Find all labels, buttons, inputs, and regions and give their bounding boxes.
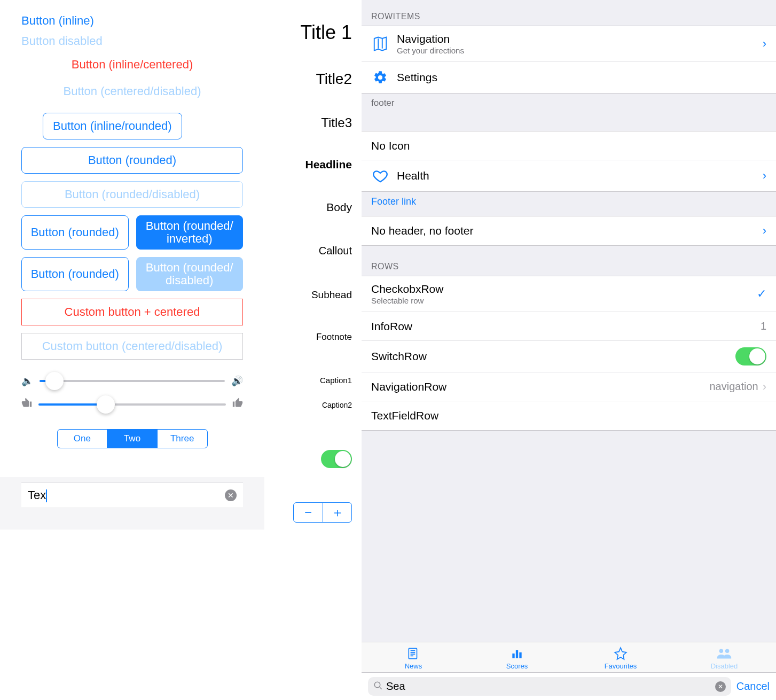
checkmark-icon: ✓ [757, 287, 766, 301]
volume-low-icon: 🔈 [21, 375, 33, 387]
like-slider[interactable] [21, 398, 243, 411]
search-value: Sea [386, 680, 715, 693]
people-icon [672, 645, 776, 662]
row-nhf-title: No header, no footer [371, 224, 763, 237]
tabbar: News Scores Favourites Disabled [362, 642, 776, 672]
segment-two[interactable]: Two [107, 430, 157, 448]
footnote-label: Footnote [316, 332, 352, 343]
subhead-label: Subhead [311, 289, 352, 301]
button-rounded[interactable]: Button (rounded) [21, 147, 243, 174]
button-rounded-disabled: Button (rounded/disabled) [21, 181, 243, 208]
caption2-label: Caption2 [322, 401, 352, 409]
tab-scores-label: Scores [465, 662, 569, 670]
button-inline[interactable]: Button (inline) [21, 11, 94, 31]
body-label: Body [326, 201, 352, 214]
title3-label: Title3 [321, 115, 352, 130]
custom-button-disabled: Custom button (centered/disabled) [21, 333, 243, 360]
tab-news[interactable]: News [362, 645, 465, 670]
button-rounded-pair-left[interactable]: Button (rounded) [21, 215, 129, 250]
stepper-minus[interactable]: − [294, 503, 323, 522]
left-panel: Button (inline) Button disabled Button (… [0, 0, 264, 700]
tab-disabled-label: Disabled [672, 662, 776, 670]
volume-high-icon: 🔊 [231, 375, 243, 387]
info-row-title: InfoRow [371, 320, 761, 333]
row-no-icon-title: No Icon [371, 139, 766, 152]
search-input[interactable]: Sea ✕ [368, 677, 731, 696]
custom-button-centered[interactable]: Custom button + centered [21, 299, 243, 325]
segmented-control[interactable]: One Two Three [57, 429, 208, 448]
right-panel: ROWITEMS Navigation Get your directions … [362, 0, 776, 700]
section-header-rows: ROWS [362, 246, 776, 276]
stepper-plus[interactable]: ＋ [323, 503, 351, 522]
map-icon [371, 35, 389, 53]
svg-rect-2 [516, 650, 518, 658]
tab-disabled: Disabled [672, 645, 776, 670]
star-icon [569, 645, 672, 662]
text-input-value: Tex [28, 488, 46, 502]
textfield-row[interactable]: TextFieldRow [362, 401, 776, 430]
checkbox-row-subtitle: Selectable row [371, 296, 757, 305]
row-settings[interactable]: Settings [362, 62, 776, 93]
stepper[interactable]: − ＋ [293, 502, 352, 523]
svg-rect-1 [512, 654, 514, 658]
callout-label: Callout [319, 245, 352, 257]
bars-icon [465, 645, 569, 662]
row-health-title: Health [397, 169, 763, 182]
svg-point-4 [719, 649, 724, 654]
tab-scores[interactable]: Scores [465, 645, 569, 670]
gear-icon [371, 68, 389, 87]
typography-panel: Title 1 Title2 Title3 Headline Body Call… [264, 0, 362, 700]
section-header-rowitems: ROWITEMS [362, 0, 776, 26]
searchbar: Sea ✕ Cancel [362, 672, 776, 700]
clear-text-icon[interactable]: ✕ [225, 489, 237, 501]
volume-slider[interactable]: 🔈 🔊 [21, 375, 243, 387]
text-input[interactable]: Tex ✕ [21, 483, 243, 508]
footer-link[interactable]: Footer link [362, 192, 776, 216]
headline-label: Headline [305, 158, 352, 171]
thumbs-down-icon [21, 398, 32, 411]
switch-row-title: SwitchRow [371, 350, 735, 363]
caption1-label: Caption1 [320, 376, 352, 385]
info-row[interactable]: InfoRow 1 [362, 312, 776, 341]
button-inline-centered[interactable]: Button (inline/centered) [72, 55, 193, 75]
button-centered-disabled: Button (centered/disabled) [63, 81, 201, 102]
tab-favourites[interactable]: Favourites [569, 645, 672, 670]
segment-one[interactable]: One [58, 430, 107, 448]
newspaper-icon [362, 645, 465, 662]
navigation-row[interactable]: NavigationRow navigation › [362, 372, 776, 401]
navigation-row-detail: navigation [709, 380, 758, 393]
svg-rect-3 [519, 652, 521, 658]
chevron-right-icon: › [763, 380, 766, 394]
info-row-value: 1 [761, 320, 766, 332]
row-settings-title: Settings [397, 71, 766, 84]
button-rounded-inverted-disabled: Button (rounded/ disabled) [136, 257, 244, 291]
search-cancel[interactable]: Cancel [736, 680, 770, 693]
row-no-header-footer[interactable]: No header, no footer › [362, 216, 776, 245]
tab-news-label: News [362, 662, 465, 670]
svg-rect-0 [409, 648, 417, 659]
button-rounded-inverted[interactable]: Button (rounded/ inverted) [136, 215, 244, 250]
row-health[interactable]: Health › [362, 160, 776, 191]
chevron-right-icon: › [763, 224, 766, 238]
checkbox-row[interactable]: CheckobxRow Selectable row ✓ [362, 276, 776, 312]
segment-three[interactable]: Three [157, 430, 207, 448]
navigation-row-title: NavigationRow [371, 380, 709, 393]
row-switch[interactable] [735, 347, 766, 365]
button-inline-disabled: Button disabled [21, 31, 103, 51]
section-footer-text: footer [362, 94, 776, 131]
heart-icon [371, 167, 389, 185]
title1-label: Title 1 [300, 21, 352, 44]
row-no-icon[interactable]: No Icon [362, 131, 776, 160]
clear-search-icon[interactable]: ✕ [715, 681, 726, 692]
row-navigation-title: Navigation [397, 33, 763, 45]
button-rounded-pair-left-2[interactable]: Button (rounded) [21, 257, 129, 291]
row-navigation[interactable]: Navigation Get your directions › [362, 26, 776, 62]
switch-row[interactable]: SwitchRow [362, 341, 776, 372]
row-navigation-subtitle: Get your directions [397, 46, 763, 55]
button-inline-rounded[interactable]: Button (inline/rounded) [43, 113, 182, 139]
svg-point-6 [374, 682, 380, 688]
standalone-switch[interactable] [321, 450, 352, 468]
svg-point-5 [725, 649, 730, 654]
thumbs-up-icon [232, 398, 243, 411]
checkbox-row-title: CheckobxRow [371, 283, 757, 295]
